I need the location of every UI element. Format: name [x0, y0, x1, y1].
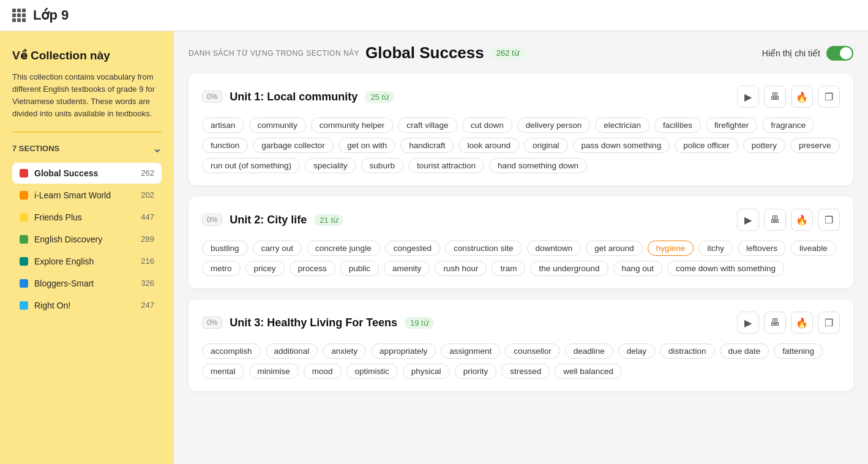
word-tag[interactable]: speciality [305, 158, 356, 173]
sidebar-item-ilearn[interactable]: i-Learn Smart World 202 [12, 185, 162, 206]
word-tag[interactable]: craft village [398, 118, 457, 133]
word-tag[interactable]: artisan [202, 118, 244, 133]
word-tag[interactable]: construction site [445, 241, 522, 256]
word-tag[interactable]: fattening [774, 343, 823, 359]
word-tag[interactable]: deadline [565, 343, 613, 359]
word-tag[interactable]: pottery [743, 138, 785, 153]
word-tag[interactable]: process [290, 261, 335, 276]
content-header: DANH SÁCH TỪ VỰNG TRONG SECTION NÀY Glob… [189, 43, 853, 62]
unit-title: Unit 1: Local community [230, 91, 357, 103]
word-tag[interactable]: downtown [527, 241, 582, 256]
fire-button[interactable]: 🔥 [791, 312, 813, 334]
word-tag[interactable]: amenity [384, 261, 430, 276]
word-tag[interactable]: cut down [462, 118, 512, 133]
word-tag[interactable]: function [202, 138, 248, 153]
word-tag[interactable]: anxiety [323, 343, 366, 359]
word-tag[interactable]: pass down something [573, 138, 670, 153]
word-tag[interactable]: congested [385, 241, 440, 256]
unit-title: Unit 2: City life [230, 214, 307, 226]
units-container: 0% Unit 1: Local community 25 từ ▶ 🖶 🔥 ❐… [189, 73, 853, 391]
word-tag[interactable]: due date [720, 343, 769, 359]
unit-title: Unit 3: Healthy Living For Teens [230, 316, 397, 329]
word-tag[interactable]: suburb [361, 158, 403, 173]
color-dot [20, 279, 28, 288]
fire-button[interactable]: 🔥 [791, 86, 813, 108]
expand-button[interactable]: ❐ [818, 209, 840, 231]
word-tag[interactable]: handicraft [400, 138, 454, 153]
word-tag[interactable]: community [249, 118, 306, 133]
word-tag[interactable]: accomplish [202, 343, 261, 359]
word-tag[interactable]: electrician [595, 118, 649, 133]
word-tag[interactable]: original [524, 138, 568, 153]
print-button[interactable]: 🖶 [764, 312, 786, 334]
word-tag[interactable]: delay [618, 343, 655, 359]
word-tag[interactable]: hand something down [489, 158, 587, 173]
main-layout: Về Collection này This collection contai… [0, 31, 868, 464]
word-tag[interactable]: the underground [530, 261, 608, 276]
word-tag[interactable]: mental [202, 364, 244, 379]
word-tag[interactable]: public [340, 261, 379, 276]
grid-icon[interactable] [12, 9, 26, 22]
word-tag[interactable]: garbage collector [253, 138, 334, 153]
word-tag[interactable]: tram [492, 261, 525, 276]
play-button[interactable]: ▶ [737, 209, 759, 231]
word-tag[interactable]: minimise [249, 364, 299, 379]
word-tag[interactable]: distraction [660, 343, 715, 359]
word-tag[interactable]: additional [266, 343, 318, 359]
word-tag[interactable]: concrete jungle [307, 241, 380, 256]
sidebar-item-right-on[interactable]: Right On! 247 [12, 295, 162, 316]
word-tag[interactable]: fragrance [762, 118, 814, 133]
color-dot [20, 191, 28, 200]
play-button[interactable]: ▶ [737, 312, 759, 334]
expand-button[interactable]: ❐ [818, 86, 840, 108]
sidebar-item-bloggers-smart[interactable]: Bloggers-Smart 326 [12, 273, 162, 294]
word-tag[interactable]: get around [586, 241, 643, 256]
chevron-down-icon: ⌄ [152, 142, 162, 155]
sidebar-item-global-success[interactable]: Global Success 262 [12, 163, 162, 184]
print-button[interactable]: 🖶 [764, 86, 786, 108]
sidebar-sections-header[interactable]: 7 SECTIONS ⌄ [12, 142, 162, 155]
sidebar-item-label: i-Learn Smart World [34, 190, 111, 200]
word-tag[interactable]: appropriately [371, 343, 436, 359]
word-tag[interactable]: pricey [245, 261, 285, 276]
word-tag[interactable]: bustling [202, 241, 248, 256]
word-tag[interactable]: stressed [501, 364, 550, 379]
unit-word-count: 19 từ [405, 317, 434, 329]
unit-word-count: 25 từ [365, 91, 394, 103]
sidebar-item-friends-plus[interactable]: Friends Plus 447 [12, 207, 162, 228]
word-tag[interactable]: metro [202, 261, 241, 276]
word-tag[interactable]: leftovers [738, 241, 786, 256]
word-tag[interactable]: rush hour [435, 261, 487, 276]
word-tag[interactable]: community helper [311, 118, 394, 133]
word-tag[interactable]: tourist attraction [408, 158, 484, 173]
sidebar-item-english-discovery[interactable]: English Discovery 289 [12, 229, 162, 250]
sidebar-item-count: 262 [141, 168, 154, 178]
sidebar-item-explore-english[interactable]: Explore English 216 [12, 251, 162, 272]
word-tag[interactable]: firefighter [706, 118, 757, 133]
word-tag[interactable]: look around [458, 138, 519, 153]
word-tag[interactable]: liveable [791, 241, 836, 256]
word-tag[interactable]: itchy [698, 241, 733, 256]
word-tag[interactable]: priority [455, 364, 497, 379]
detail-toggle[interactable] [826, 46, 853, 61]
expand-button[interactable]: ❐ [818, 312, 840, 334]
word-tag[interactable]: hygiene [648, 241, 694, 256]
fire-button[interactable]: 🔥 [791, 209, 813, 231]
play-button[interactable]: ▶ [737, 86, 759, 108]
word-tag[interactable]: come down with something [667, 261, 784, 276]
word-tag[interactable]: assignment [441, 343, 500, 359]
word-tag[interactable]: counsellor [505, 343, 560, 359]
word-tag[interactable]: physical [403, 364, 450, 379]
word-tag[interactable]: run out (of something) [202, 158, 300, 173]
print-button[interactable]: 🖶 [764, 209, 786, 231]
word-tag[interactable]: preserve [790, 138, 840, 153]
word-tag[interactable]: mood [304, 364, 342, 379]
word-tag[interactable]: police officer [675, 138, 738, 153]
word-tag[interactable]: get on with [339, 138, 395, 153]
word-tag[interactable]: well balanced [555, 364, 622, 379]
word-tag[interactable]: facilities [654, 118, 701, 133]
word-tag[interactable]: optimistic [346, 364, 398, 379]
word-tag[interactable]: delivery person [517, 118, 591, 133]
word-tag[interactable]: carry out [253, 241, 302, 256]
word-tag[interactable]: hang out [613, 261, 663, 276]
